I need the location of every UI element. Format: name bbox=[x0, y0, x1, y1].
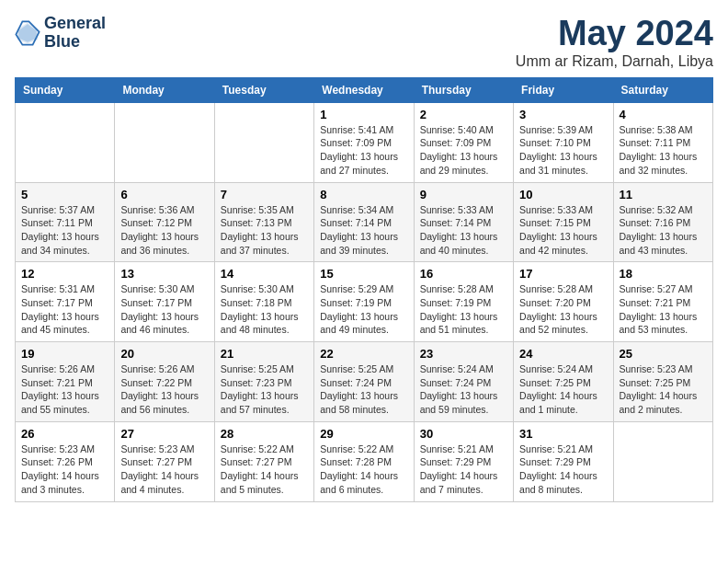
day-number: 16 bbox=[420, 267, 507, 281]
calendar-day-cell: 18Sunrise: 5:27 AMSunset: 7:21 PMDayligh… bbox=[613, 262, 712, 342]
day-number: 6 bbox=[120, 188, 208, 201]
day-number: 3 bbox=[519, 108, 607, 121]
day-info: Sunrise: 5:22 AMSunset: 7:27 PMDaylight:… bbox=[221, 442, 308, 497]
day-number: 1 bbox=[320, 108, 407, 121]
logo-text: General Blue bbox=[44, 15, 106, 52]
weekday-header: Thursday bbox=[414, 77, 513, 102]
calendar-day-cell: 29Sunrise: 5:22 AMSunset: 7:28 PMDayligh… bbox=[314, 421, 414, 501]
day-info: Sunrise: 5:22 AMSunset: 7:28 PMDaylight:… bbox=[320, 442, 407, 497]
calendar-day-cell: 16Sunrise: 5:28 AMSunset: 7:19 PMDayligh… bbox=[414, 262, 513, 342]
day-info: Sunrise: 5:21 AMSunset: 7:29 PMDaylight:… bbox=[420, 442, 507, 497]
day-info: Sunrise: 5:34 AMSunset: 7:14 PMDaylight:… bbox=[320, 203, 407, 258]
day-info: Sunrise: 5:21 AMSunset: 7:29 PMDaylight:… bbox=[519, 442, 607, 497]
calendar-day-cell bbox=[16, 102, 115, 182]
day-info: Sunrise: 5:30 AMSunset: 7:17 PMDaylight:… bbox=[120, 282, 208, 337]
calendar-day-cell: 5Sunrise: 5:37 AMSunset: 7:11 PMDaylight… bbox=[16, 182, 115, 262]
day-number: 19 bbox=[21, 347, 108, 361]
day-number: 8 bbox=[320, 188, 407, 201]
calendar-week-row: 26Sunrise: 5:23 AMSunset: 7:26 PMDayligh… bbox=[16, 421, 713, 501]
day-number: 11 bbox=[620, 188, 707, 201]
logo: General Blue bbox=[15, 15, 106, 52]
day-number: 2 bbox=[420, 108, 507, 121]
calendar-week-row: 1Sunrise: 5:41 AMSunset: 7:09 PMDaylight… bbox=[16, 102, 713, 182]
weekday-header-row: SundayMondayTuesdayWednesdayThursdayFrid… bbox=[16, 77, 713, 102]
day-number: 21 bbox=[221, 347, 308, 361]
month-title: May 2024 bbox=[516, 15, 713, 53]
day-info: Sunrise: 5:28 AMSunset: 7:19 PMDaylight:… bbox=[420, 282, 507, 337]
calendar-day-cell bbox=[214, 102, 313, 182]
day-number: 17 bbox=[519, 267, 607, 281]
calendar-day-cell: 24Sunrise: 5:24 AMSunset: 7:25 PMDayligh… bbox=[514, 342, 613, 422]
day-info: Sunrise: 5:24 AMSunset: 7:24 PMDaylight:… bbox=[420, 362, 507, 417]
calendar-day-cell: 1Sunrise: 5:41 AMSunset: 7:09 PMDaylight… bbox=[314, 102, 414, 182]
day-info: Sunrise: 5:23 AMSunset: 7:25 PMDaylight:… bbox=[620, 362, 707, 417]
location-title: Umm ar Rizam, Darnah, Libya bbox=[516, 53, 713, 70]
day-info: Sunrise: 5:35 AMSunset: 7:13 PMDaylight:… bbox=[221, 203, 308, 258]
calendar-day-cell bbox=[115, 102, 214, 182]
day-info: Sunrise: 5:27 AMSunset: 7:21 PMDaylight:… bbox=[620, 282, 707, 337]
calendar-day-cell: 27Sunrise: 5:23 AMSunset: 7:27 PMDayligh… bbox=[115, 421, 214, 501]
day-info: Sunrise: 5:30 AMSunset: 7:18 PMDaylight:… bbox=[221, 282, 308, 337]
weekday-header: Wednesday bbox=[314, 77, 414, 102]
day-number: 4 bbox=[620, 108, 707, 121]
day-number: 31 bbox=[519, 427, 607, 441]
weekday-header: Saturday bbox=[613, 77, 712, 102]
day-number: 29 bbox=[320, 427, 407, 441]
calendar-day-cell: 13Sunrise: 5:30 AMSunset: 7:17 PMDayligh… bbox=[115, 262, 214, 342]
calendar-day-cell: 9Sunrise: 5:33 AMSunset: 7:14 PMDaylight… bbox=[414, 182, 513, 262]
day-number: 10 bbox=[519, 188, 607, 201]
day-info: Sunrise: 5:25 AMSunset: 7:24 PMDaylight:… bbox=[320, 362, 407, 417]
calendar-day-cell: 23Sunrise: 5:24 AMSunset: 7:24 PMDayligh… bbox=[414, 342, 513, 422]
calendar-week-row: 19Sunrise: 5:26 AMSunset: 7:21 PMDayligh… bbox=[16, 342, 713, 422]
day-info: Sunrise: 5:23 AMSunset: 7:27 PMDaylight:… bbox=[120, 442, 208, 497]
weekday-header: Monday bbox=[115, 77, 214, 102]
calendar-week-row: 12Sunrise: 5:31 AMSunset: 7:17 PMDayligh… bbox=[16, 262, 713, 342]
day-info: Sunrise: 5:24 AMSunset: 7:25 PMDaylight:… bbox=[519, 362, 607, 417]
day-info: Sunrise: 5:31 AMSunset: 7:17 PMDaylight:… bbox=[21, 282, 108, 337]
weekday-header: Tuesday bbox=[214, 77, 313, 102]
day-number: 27 bbox=[120, 427, 208, 441]
day-number: 23 bbox=[420, 347, 507, 361]
calendar-day-cell: 2Sunrise: 5:40 AMSunset: 7:09 PMDaylight… bbox=[414, 102, 513, 182]
weekday-header: Sunday bbox=[16, 77, 115, 102]
day-number: 26 bbox=[21, 427, 108, 441]
day-info: Sunrise: 5:40 AMSunset: 7:09 PMDaylight:… bbox=[420, 123, 507, 178]
day-number: 24 bbox=[519, 347, 607, 361]
logo-icon bbox=[15, 20, 40, 46]
calendar-day-cell: 11Sunrise: 5:32 AMSunset: 7:16 PMDayligh… bbox=[613, 182, 712, 262]
day-info: Sunrise: 5:32 AMSunset: 7:16 PMDaylight:… bbox=[620, 203, 707, 258]
day-info: Sunrise: 5:39 AMSunset: 7:10 PMDaylight:… bbox=[519, 123, 607, 178]
weekday-header: Friday bbox=[514, 77, 613, 102]
calendar-day-cell: 14Sunrise: 5:30 AMSunset: 7:18 PMDayligh… bbox=[214, 262, 313, 342]
calendar-day-cell: 4Sunrise: 5:38 AMSunset: 7:11 PMDaylight… bbox=[613, 102, 712, 182]
calendar-day-cell: 10Sunrise: 5:33 AMSunset: 7:15 PMDayligh… bbox=[514, 182, 613, 262]
calendar-day-cell: 15Sunrise: 5:29 AMSunset: 7:19 PMDayligh… bbox=[314, 262, 414, 342]
day-info: Sunrise: 5:26 AMSunset: 7:21 PMDaylight:… bbox=[21, 362, 108, 417]
calendar-week-row: 5Sunrise: 5:37 AMSunset: 7:11 PMDaylight… bbox=[16, 182, 713, 262]
day-info: Sunrise: 5:36 AMSunset: 7:12 PMDaylight:… bbox=[120, 203, 208, 258]
day-number: 14 bbox=[221, 267, 308, 281]
day-info: Sunrise: 5:37 AMSunset: 7:11 PMDaylight:… bbox=[21, 203, 108, 258]
calendar-day-cell: 17Sunrise: 5:28 AMSunset: 7:20 PMDayligh… bbox=[514, 262, 613, 342]
day-info: Sunrise: 5:28 AMSunset: 7:20 PMDaylight:… bbox=[519, 282, 607, 337]
day-info: Sunrise: 5:38 AMSunset: 7:11 PMDaylight:… bbox=[620, 123, 707, 178]
calendar-day-cell: 28Sunrise: 5:22 AMSunset: 7:27 PMDayligh… bbox=[214, 421, 313, 501]
calendar-day-cell: 30Sunrise: 5:21 AMSunset: 7:29 PMDayligh… bbox=[414, 421, 513, 501]
day-number: 25 bbox=[620, 347, 707, 361]
day-number: 18 bbox=[620, 267, 707, 281]
day-number: 12 bbox=[21, 267, 108, 281]
day-info: Sunrise: 5:29 AMSunset: 7:19 PMDaylight:… bbox=[320, 282, 407, 337]
calendar-day-cell: 20Sunrise: 5:26 AMSunset: 7:22 PMDayligh… bbox=[115, 342, 214, 422]
calendar-day-cell: 12Sunrise: 5:31 AMSunset: 7:17 PMDayligh… bbox=[16, 262, 115, 342]
calendar-day-cell: 7Sunrise: 5:35 AMSunset: 7:13 PMDaylight… bbox=[214, 182, 313, 262]
day-number: 13 bbox=[120, 267, 208, 281]
day-info: Sunrise: 5:41 AMSunset: 7:09 PMDaylight:… bbox=[320, 123, 407, 178]
day-number: 7 bbox=[221, 188, 308, 201]
day-info: Sunrise: 5:33 AMSunset: 7:14 PMDaylight:… bbox=[420, 203, 507, 258]
calendar-day-cell bbox=[613, 421, 712, 501]
day-number: 22 bbox=[320, 347, 407, 361]
day-info: Sunrise: 5:33 AMSunset: 7:15 PMDaylight:… bbox=[519, 203, 607, 258]
calendar-day-cell: 19Sunrise: 5:26 AMSunset: 7:21 PMDayligh… bbox=[16, 342, 115, 422]
calendar-day-cell: 3Sunrise: 5:39 AMSunset: 7:10 PMDaylight… bbox=[514, 102, 613, 182]
day-number: 15 bbox=[320, 267, 407, 281]
